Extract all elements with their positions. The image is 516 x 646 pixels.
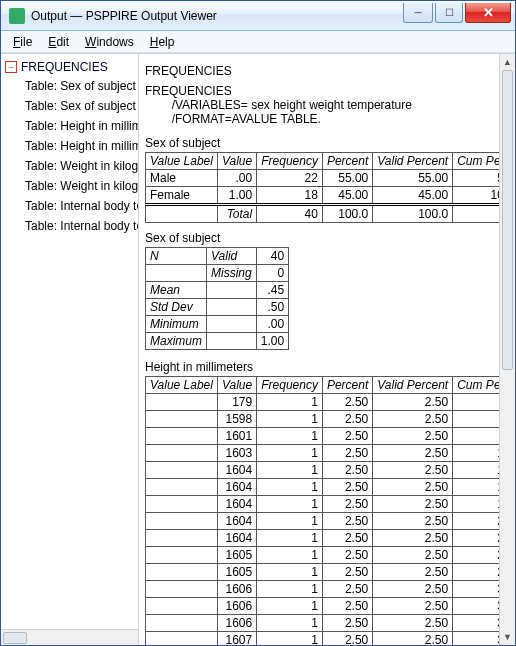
scroll-thumb[interactable] <box>502 70 513 370</box>
table-row: 160512.502.5025.00 <box>146 547 500 564</box>
table-row: 159812.502.505.00 <box>146 411 500 428</box>
column-header: Value Label <box>146 153 218 170</box>
column-header: Percent <box>322 377 372 394</box>
outline-scroll-thumb[interactable] <box>3 632 27 644</box>
table-total-row: Total40100.0100.0 <box>146 205 500 223</box>
outline-item[interactable]: Table: Sex of subject <box>5 76 138 96</box>
vertical-scrollbar[interactable]: ▲ ▼ <box>499 54 515 645</box>
outline-item[interactable]: Table: Internal body temperature in degr… <box>5 216 138 236</box>
outline-item[interactable]: Table: Sex of subject <box>5 96 138 116</box>
column-header: Cum Percent <box>453 377 499 394</box>
scroll-up-arrow[interactable]: ▲ <box>500 54 515 70</box>
table-row: 160612.502.5030.00 <box>146 581 500 598</box>
table-caption: Sex of subject <box>145 136 493 150</box>
table-row: 160412.502.5020.00 <box>146 513 500 530</box>
table-caption: Sex of subject <box>145 231 493 245</box>
menu-windows[interactable]: Windows <box>79 33 140 51</box>
table-row: 160112.502.507.50 <box>146 428 500 445</box>
table-row: 160712.502.5037.50 <box>146 632 500 646</box>
outline-root[interactable]: – FREQUENCIES <box>5 58 138 76</box>
table-row: 17912.502.502.50 <box>146 394 500 411</box>
table-row: 160512.502.5027.50 <box>146 564 500 581</box>
outline-root-label: FREQUENCIES <box>21 60 108 74</box>
output-content[interactable]: FREQUENCIES FREQUENCIES /VARIABLES= sex … <box>139 54 499 645</box>
table-row: 160412.502.5015.00 <box>146 479 500 496</box>
scroll-track[interactable] <box>500 70 515 629</box>
section-heading: FREQUENCIES <box>145 64 493 78</box>
table-row: Maximum1.00 <box>146 333 289 350</box>
window-title: Output — PSPPIRE Output Viewer <box>31 9 401 23</box>
syntax-line: /FORMAT=AVALUE TABLE. <box>145 112 493 126</box>
outline-pane[interactable]: – FREQUENCIES Table: Sex of subjectTable… <box>1 54 139 645</box>
collapse-icon[interactable]: – <box>5 61 17 73</box>
outline-item[interactable]: Table: Internal body temperature in degr… <box>5 196 138 216</box>
table-row: Minimum.00 <box>146 316 289 333</box>
table-row: 160612.502.5035.00 <box>146 615 500 632</box>
menu-edit[interactable]: Edit <box>42 33 75 51</box>
outline-item[interactable]: Table: Weight in kilograms <box>5 176 138 196</box>
sex-frequency-table: Value LabelValueFrequencyPercentValid Pe… <box>145 152 499 223</box>
table-row: 160412.502.5012.50 <box>146 462 500 479</box>
sex-stats-table: NValid40Missing0Mean.45Std Dev.50Minimum… <box>145 247 289 350</box>
height-frequency-table: Value LabelValueFrequencyPercentValid Pe… <box>145 376 499 645</box>
table-row: 160412.502.5022.50 <box>146 530 500 547</box>
column-header: Cum Percent <box>453 153 499 170</box>
column-header: Value Label <box>146 377 218 394</box>
outline-item[interactable]: Table: Weight in kilograms <box>5 156 138 176</box>
column-header: Valid Percent <box>373 153 453 170</box>
minimize-button[interactable]: ─ <box>403 3 433 23</box>
table-row: 160412.502.5017.50 <box>146 496 500 513</box>
table-caption: Height in millimeters <box>145 360 493 374</box>
table-row: NValid40 <box>146 248 289 265</box>
client-area: – FREQUENCIES Table: Sex of subjectTable… <box>1 53 515 645</box>
column-header: Value <box>217 153 256 170</box>
output-pane: FREQUENCIES FREQUENCIES /VARIABLES= sex … <box>139 54 515 645</box>
window-buttons: ─ ☐ ✕ <box>401 3 511 23</box>
table-row: Female1.001845.0045.00100.00 <box>146 187 500 205</box>
syntax-line: /VARIABLES= sex height weight temperatur… <box>145 98 493 112</box>
column-header: Percent <box>322 153 372 170</box>
table-row: 160312.502.5010.00 <box>146 445 500 462</box>
table-row: Std Dev.50 <box>146 299 289 316</box>
app-icon <box>9 8 25 24</box>
maximize-button[interactable]: ☐ <box>435 3 463 23</box>
app-window: Output — PSPPIRE Output Viewer ─ ☐ ✕ Fil… <box>0 0 516 646</box>
titlebar[interactable]: Output — PSPPIRE Output Viewer ─ ☐ ✕ <box>1 1 515 31</box>
outline-item[interactable]: Table: Height in millimeters <box>5 116 138 136</box>
scroll-down-arrow[interactable]: ▼ <box>500 629 515 645</box>
column-header: Valid Percent <box>373 377 453 394</box>
menu-help[interactable]: Help <box>144 33 181 51</box>
menu-file[interactable]: File <box>7 33 38 51</box>
table-row: 160612.502.5032.50 <box>146 598 500 615</box>
outline-horiz-scrollbar[interactable] <box>1 629 138 645</box>
table-row: Mean.45 <box>146 282 289 299</box>
column-header: Frequency <box>257 153 323 170</box>
column-header: Value <box>217 377 256 394</box>
syntax-block: FREQUENCIES /VARIABLES= sex height weigh… <box>145 84 493 126</box>
table-row: Male.002255.0055.0055.00 <box>146 170 500 187</box>
menubar: File Edit Windows Help <box>1 31 515 53</box>
column-header: Frequency <box>257 377 323 394</box>
syntax-line: FREQUENCIES <box>145 84 493 98</box>
table-row: Missing0 <box>146 265 289 282</box>
outline-item[interactable]: Table: Height in millimeters <box>5 136 138 156</box>
close-button[interactable]: ✕ <box>465 3 511 23</box>
